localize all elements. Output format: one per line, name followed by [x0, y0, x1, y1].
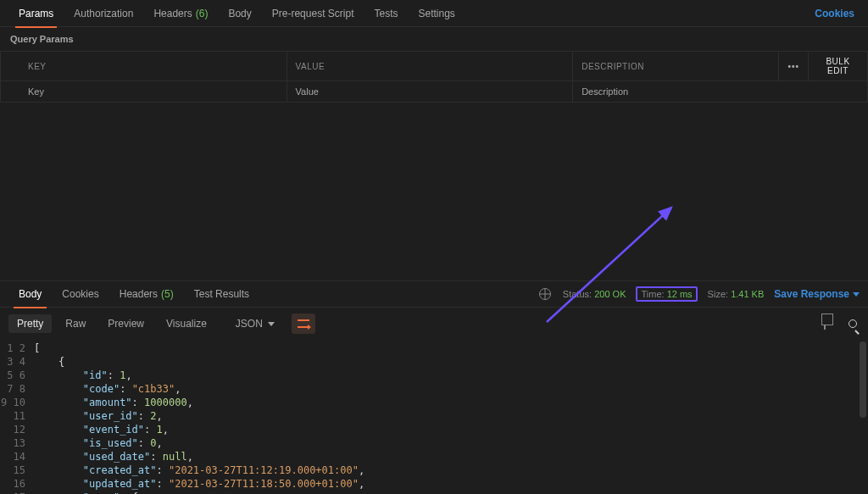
resp-tab-body[interactable]: Body — [8, 280, 52, 308]
wrap-icon — [298, 319, 309, 328]
status-time: Time: 12 ms — [636, 286, 697, 302]
resp-tab-test-results[interactable]: Test Results — [184, 280, 259, 308]
scrollbar-thumb[interactable] — [860, 341, 866, 418]
body-toolbar: Pretty Raw Preview Visualize JSON — [0, 308, 868, 340]
wrap-lines-button[interactable] — [292, 314, 315, 334]
cookies-link[interactable]: Cookies — [815, 8, 860, 19]
tab-headers-label: Headers — [153, 8, 192, 19]
chevron-down-icon — [853, 292, 860, 297]
param-description-input[interactable]: Description — [573, 81, 868, 103]
line-number-gutter: 1 2 3 4 5 6 7 8 9 10 11 12 13 14 15 16 1… — [0, 340, 34, 494]
query-params-title: Query Params — [0, 27, 868, 51]
tab-headers[interactable]: Headers (6) — [143, 0, 218, 27]
search-response-button[interactable] — [846, 317, 860, 330]
view-raw-button[interactable]: Raw — [57, 314, 94, 333]
params-more-button[interactable]: ••• — [779, 52, 809, 81]
tab-authorization[interactable]: Authorization — [64, 0, 143, 27]
params-header-description: DESCRIPTION — [573, 52, 779, 81]
param-value-input[interactable]: Value — [287, 81, 573, 103]
chevron-down-icon — [268, 322, 275, 326]
copy-icon — [824, 316, 826, 330]
tab-settings[interactable]: Settings — [409, 0, 465, 27]
bulk-edit-button[interactable]: Bulk Edit — [809, 52, 868, 81]
status-size: Size: 1.41 KB — [708, 289, 765, 299]
body-type-select[interactable]: JSON — [227, 314, 283, 333]
save-response-button[interactable]: Save Response — [774, 288, 860, 300]
tab-tests[interactable]: Tests — [364, 0, 408, 27]
scrollbar[interactable] — [858, 340, 866, 494]
params-header-key: KEY — [1, 52, 287, 81]
params-row[interactable]: Key Value Description — [1, 81, 868, 103]
params-header-value: VALUE — [287, 52, 573, 81]
globe-icon[interactable] — [539, 288, 551, 300]
resp-tab-cookies[interactable]: Cookies — [52, 280, 108, 308]
tab-headers-count: (6) — [196, 8, 209, 19]
request-tabs-bar: Params Authorization Headers (6) Body Pr… — [0, 0, 868, 27]
resp-headers-count: (5) — [161, 288, 174, 300]
tab-params[interactable]: Params — [8, 0, 64, 27]
view-pretty-button[interactable]: Pretty — [8, 314, 52, 333]
copy-button[interactable] — [824, 317, 837, 330]
status-code: Status: 200 OK — [563, 289, 626, 299]
tab-body[interactable]: Body — [218, 0, 261, 27]
params-table: KEY VALUE DESCRIPTION ••• Bulk Edit Key … — [0, 51, 868, 103]
response-bar: Body Cookies Headers (5) Test Results St… — [0, 280, 868, 308]
view-visualize-button[interactable]: Visualize — [158, 314, 215, 333]
code-content[interactable]: [ { "id": 1, "code": "c1b33", "amount": … — [34, 340, 389, 494]
response-body-editor[interactable]: 1 2 3 4 5 6 7 8 9 10 11 12 13 14 15 16 1… — [0, 340, 868, 494]
view-preview-button[interactable]: Preview — [99, 314, 153, 333]
tab-prerequest[interactable]: Pre-request Script — [262, 0, 364, 27]
resp-tab-headers[interactable]: Headers (5) — [109, 280, 184, 308]
param-key-input[interactable]: Key — [1, 81, 287, 103]
search-icon — [849, 319, 857, 328]
resp-headers-label: Headers — [120, 288, 158, 300]
